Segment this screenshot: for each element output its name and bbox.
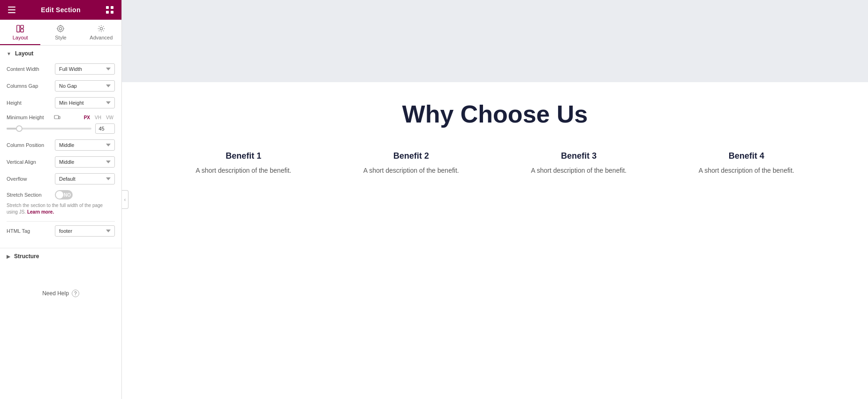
html-tag-select[interactable]: header footer main article section aside…: [55, 225, 115, 237]
benefit-2-desc: A short description of the benefit.: [334, 166, 488, 176]
layout-form: Content Width Full Width Boxed Columns G…: [0, 61, 121, 248]
column-position-row: Column Position Top Middle Bottom: [7, 139, 115, 151]
slider-row: [7, 123, 115, 134]
column-position-select[interactable]: Top Middle Bottom: [55, 139, 115, 151]
svg-point-11: [60, 27, 62, 30]
unit-px[interactable]: PX: [83, 115, 91, 121]
need-help-label: Need Help: [42, 290, 69, 297]
unit-vw[interactable]: VW: [105, 115, 115, 121]
divider: [7, 221, 115, 222]
stretch-toggle[interactable]: NO: [55, 190, 73, 200]
benefits-grid: Benefit 1 A short description of the ben…: [167, 151, 823, 176]
panel-header: Edit Section: [0, 0, 121, 20]
tabs-bar: Layout Style Advanced: [0, 20, 121, 46]
svg-rect-4: [111, 6, 113, 9]
columns-gap-row: Columns Gap No Gap Narrow Default: [7, 80, 115, 92]
need-help[interactable]: Need Help ?: [0, 283, 121, 304]
benefit-1-desc: A short description of the benefit.: [167, 166, 321, 176]
collapse-handle[interactable]: ‹: [122, 190, 128, 209]
layout-arrow-icon: ▼: [7, 51, 11, 56]
svg-rect-5: [106, 11, 109, 14]
overflow-row: Overflow Default Hidden: [7, 173, 115, 184]
svg-rect-6: [111, 11, 113, 14]
overflow-label: Overflow: [7, 176, 51, 182]
benefit-item-4: Benefit 4 A short description of the ben…: [670, 151, 823, 176]
html-tag-label: HTML Tag: [7, 228, 51, 234]
column-position-label: Column Position: [7, 142, 51, 148]
stretch-hint: Stretch the section to the full width of…: [7, 202, 115, 215]
stretch-section-label: Stretch Section: [7, 192, 51, 198]
slider-track[interactable]: [7, 128, 91, 130]
grid-icon[interactable]: [106, 6, 114, 14]
unit-tabs: PX VH VW: [83, 115, 115, 121]
benefit-4-title: Benefit 4: [670, 151, 823, 161]
svg-rect-8: [21, 25, 23, 28]
layout-section-header[interactable]: ▼ Layout: [0, 46, 121, 61]
learn-more-link[interactable]: Learn more.: [27, 209, 54, 215]
hamburger-icon[interactable]: [8, 6, 16, 14]
height-row: Height Default Fit To Screen Min Height: [7, 97, 115, 108]
panel-title: Edit Section: [41, 6, 81, 14]
benefit-item-1: Benefit 1 A short description of the ben…: [167, 151, 321, 176]
minimum-height-label: Minimum Height: [7, 115, 51, 120]
svg-rect-18: [59, 116, 60, 119]
panel-content: ▼ Layout Content Width Full Width Boxed …: [0, 46, 121, 399]
svg-rect-1: [8, 9, 15, 10]
left-panel: Edit Section Layout Style Advanced: [0, 0, 122, 399]
vertical-align-label: Vertical Align: [7, 159, 51, 165]
benefit-3-title: Benefit 3: [502, 151, 656, 161]
content-width-label: Content Width: [7, 66, 51, 72]
structure-section-label: Structure: [14, 253, 39, 260]
toggle-no-label: NO: [64, 192, 71, 198]
vertical-align-select[interactable]: Top Middle Bottom: [55, 156, 115, 168]
html-tag-row: HTML Tag header footer main article sect…: [7, 225, 115, 237]
svg-rect-9: [21, 29, 23, 32]
svg-point-10: [58, 26, 64, 32]
toggle-slider: NO: [55, 190, 73, 200]
tab-style[interactable]: Style: [40, 20, 81, 45]
svg-rect-17: [54, 115, 59, 119]
tab-advanced-label: Advanced: [90, 35, 113, 40]
tab-layout-label: Layout: [13, 35, 28, 40]
minimum-height-input[interactable]: [95, 123, 115, 134]
svg-point-16: [100, 27, 102, 30]
content-width-select[interactable]: Full Width Boxed: [55, 63, 115, 75]
canvas-main: Why Choose Us Benefit 1 A short descript…: [122, 82, 868, 399]
benefit-3-desc: A short description of the benefit.: [502, 166, 656, 176]
height-label: Height: [7, 100, 51, 106]
columns-gap-select[interactable]: No Gap Narrow Default: [55, 80, 115, 92]
responsive-icon: [54, 114, 60, 121]
tab-layout[interactable]: Layout: [0, 20, 40, 45]
benefit-2-title: Benefit 2: [334, 151, 488, 161]
why-choose-title: Why Choose Us: [402, 101, 588, 128]
svg-rect-7: [17, 25, 20, 32]
unit-vh[interactable]: VH: [93, 115, 103, 121]
layout-section-label: Layout: [15, 50, 33, 57]
benefit-1-title: Benefit 1: [167, 151, 321, 161]
vertical-align-row: Vertical Align Top Middle Bottom: [7, 156, 115, 168]
slider-thumb[interactable]: [16, 125, 23, 132]
columns-gap-label: Columns Gap: [7, 83, 51, 89]
tab-advanced[interactable]: Advanced: [81, 20, 121, 45]
overflow-select[interactable]: Default Hidden: [55, 173, 115, 184]
content-width-row: Content Width Full Width Boxed: [7, 63, 115, 75]
structure-arrow-icon: ▶: [7, 254, 10, 259]
minimum-height-section: Minimum Height PX VH VW: [7, 114, 115, 134]
canvas-area: Why Choose Us Benefit 1 A short descript…: [122, 0, 868, 399]
benefit-item-3: Benefit 3 A short description of the ben…: [502, 151, 656, 176]
minimum-height-label-row: Minimum Height PX VH VW: [7, 114, 115, 121]
tab-style-label: Style: [55, 35, 66, 40]
canvas-top-section: [122, 0, 868, 82]
structure-section-header[interactable]: ▶ Structure: [0, 248, 121, 264]
height-select[interactable]: Default Fit To Screen Min Height: [55, 97, 115, 108]
benefit-item-2: Benefit 2 A short description of the ben…: [334, 151, 488, 176]
help-icon: ?: [72, 290, 79, 297]
svg-rect-0: [8, 7, 15, 8]
svg-rect-2: [8, 12, 15, 13]
svg-rect-3: [106, 6, 109, 9]
stretch-section-row: Stretch Section NO: [7, 190, 115, 200]
benefit-4-desc: A short description of the benefit.: [670, 166, 823, 176]
